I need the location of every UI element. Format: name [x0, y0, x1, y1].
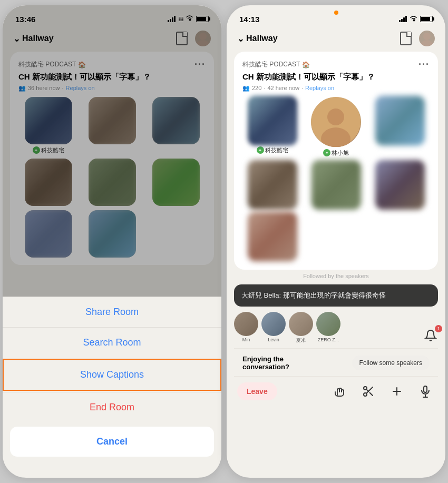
notif-count: 1: [435, 325, 442, 332]
svg-point-3: [421, 40, 433, 46]
listener-avatar-1: [261, 312, 286, 336]
listener-name-1: Levin: [268, 337, 279, 342]
right-status-icons: [399, 14, 433, 24]
listener-name-2: 夏米: [296, 337, 306, 344]
green-badge-right-1: ✦: [323, 149, 330, 156]
right-name-1: ✦ 林小旭: [323, 149, 349, 157]
here-now-right: 42 here now: [267, 85, 299, 91]
right-avatar-6: [247, 211, 297, 261]
right-time: 14:13: [239, 15, 259, 24]
right-avatar-4: [311, 160, 361, 210]
right-status-bar: 14:13: [227, 5, 445, 28]
svg-point-2: [423, 33, 431, 40]
room-title-right: CH 新功能測試！可以顯示「字幕」？: [242, 72, 430, 82]
plus-btn[interactable]: [387, 382, 406, 401]
avatar-right[interactable]: [419, 31, 435, 46]
speakers-row3-right: [242, 213, 430, 260]
notification-bell-container: 1: [421, 326, 440, 345]
raise-hand-btn[interactable]: [330, 382, 349, 401]
speakers-row2-right: [242, 161, 430, 209]
follow-speakers-btn[interactable]: Follow some speakers: [352, 356, 430, 370]
search-room-btn[interactable]: Search Room: [3, 327, 221, 358]
right-avatar-0: [247, 95, 297, 145]
listener-3[interactable]: ZERO Z...: [316, 312, 340, 342]
caption-text: 大鈃兒 Bella: 那可能他出現的字就會變得很奇怪: [241, 291, 386, 299]
right-avatar-3: [247, 160, 297, 210]
house-icon-right: 🏠: [302, 61, 310, 68]
svg-line-10: [369, 392, 373, 396]
conversation-text: Enjoying the conversation?: [242, 355, 289, 371]
svg-line-11: [366, 389, 368, 391]
separator2-right: [234, 376, 438, 377]
right-speaker-4[interactable]: [306, 161, 366, 209]
right-avatar-5: [375, 160, 425, 210]
right-speaker-6[interactable]: [242, 213, 302, 260]
speakers-row1-right: ✦ 科技酷宅 ✦: [242, 97, 430, 157]
listener-avatar-3: [316, 312, 340, 336]
hallway-label-right: Hallway: [246, 34, 278, 43]
listeners-count-right: 220: [252, 85, 261, 91]
right-phone: 14:13 ⌄ Hallway: [227, 5, 445, 478]
left-phone: 13:46 𝍒 ⌄ Hallway: [3, 5, 221, 478]
listener-avatar-0: [234, 312, 258, 336]
right-speaker-5[interactable]: [370, 161, 430, 209]
room-meta-right: 👥 220 · 42 here now · Replays on: [242, 85, 430, 92]
listener-name-3: ZERO Z...: [318, 337, 339, 342]
right-name-0: ✦ 科技酷宅: [257, 146, 288, 154]
listener-1[interactable]: Levin: [261, 312, 286, 342]
mic-btn[interactable]: [416, 382, 435, 401]
battery-icon-right: [420, 16, 433, 22]
green-badge-right-0: ✦: [257, 146, 264, 154]
nav-actions-right: [400, 31, 435, 46]
listener-avatar-2: [289, 312, 313, 336]
right-speaker-0[interactable]: ✦ 科技酷宅: [242, 97, 302, 157]
more-menu-right[interactable]: ···: [418, 59, 430, 70]
people-icon-right: 👥: [242, 85, 250, 92]
host-name-text-right: 科技酷宅 PODCAST: [242, 60, 300, 69]
action-icons: [330, 382, 435, 401]
right-nav: ⌄ Hallway: [227, 28, 445, 51]
leave-btn[interactable]: Leave: [237, 382, 277, 400]
followed-text: Followed by the speakers: [303, 273, 369, 279]
bottom-sheet: Share Room Search Room Show Captions End…: [3, 297, 221, 478]
svg-point-5: [327, 109, 344, 125]
doc-icon-right[interactable]: [400, 32, 412, 45]
share-room-btn[interactable]: Share Room: [3, 297, 221, 327]
listener-name-0: Min: [242, 337, 250, 342]
replays-on-right: Replays on: [305, 85, 334, 91]
notification-bell[interactable]: 1: [421, 326, 440, 345]
chevron-down-icon-right: ⌄: [237, 34, 244, 44]
right-speaker-3[interactable]: [242, 161, 302, 209]
listeners-row: Min Levin 夏米 ZERO Z...: [227, 310, 445, 346]
wifi-icon-right: [410, 14, 417, 24]
hallway-link-right[interactable]: ⌄ Hallway: [237, 34, 278, 44]
show-captions-btn[interactable]: Show Captions: [3, 359, 221, 391]
right-speaker-2[interactable]: [370, 97, 430, 157]
signal-icon-right: [399, 16, 407, 22]
followed-section: Followed by the speakers: [227, 270, 445, 281]
right-avatar-1: [311, 97, 361, 147]
action-bar-right: Leave: [229, 378, 443, 407]
cancel-btn[interactable]: Cancel: [10, 427, 214, 457]
orange-dot: [334, 11, 338, 15]
end-room-btn[interactable]: End Room: [3, 392, 221, 422]
separator-right: [234, 348, 438, 349]
room-host-line-right: 科技酷宅 PODCAST 🏠 ···: [242, 59, 430, 70]
caption-bubble: 大鈃兒 Bella: 那可能他出現的字就會變得很奇怪: [234, 284, 438, 307]
scissors-btn[interactable]: [359, 382, 378, 401]
listener-0[interactable]: Min: [234, 312, 258, 342]
conversation-bar: Enjoying the conversation? Follow some s…: [234, 351, 438, 375]
room-card-right: 科技酷宅 PODCAST 🏠 ··· CH 新功能測試！可以顯示「字幕」？ 👥 …: [234, 52, 438, 270]
right-avatar-2: [375, 95, 425, 145]
svg-rect-14: [424, 386, 427, 392]
right-speaker-1[interactable]: ✦ 林小旭: [306, 97, 366, 157]
listener-2[interactable]: 夏米: [289, 312, 313, 344]
room-host-right: 科技酷宅 PODCAST 🏠: [242, 60, 310, 69]
